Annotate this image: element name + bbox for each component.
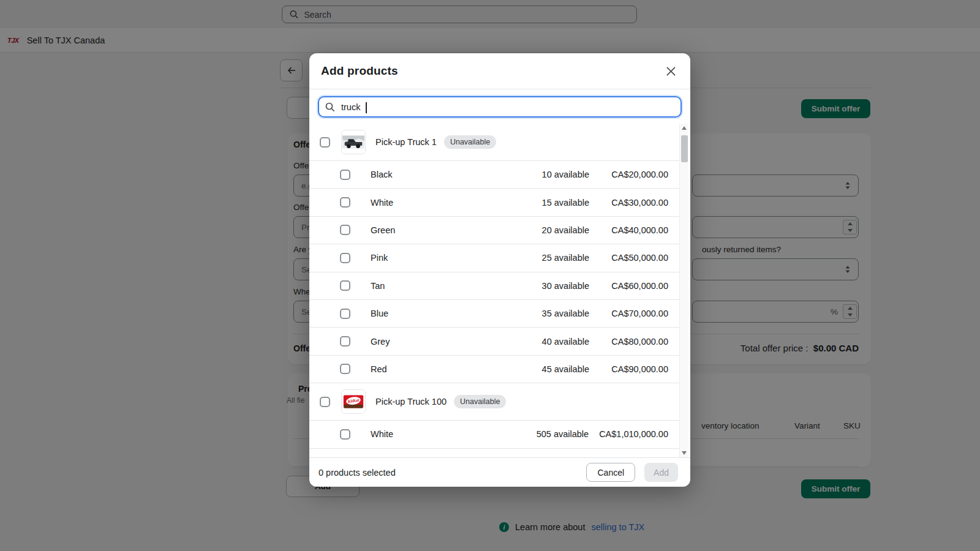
product-checkbox[interactable] [320,397,330,407]
variant-checkbox[interactable] [340,197,350,208]
scrollbar-thumb[interactable] [681,135,688,162]
modal-header: Add products [309,53,690,89]
modal-search-box[interactable] [318,96,682,118]
scrollbar[interactable] [679,124,688,457]
modal-search-input[interactable] [341,102,674,112]
variant-price: CA$70,000.00 [600,309,668,318]
variant-row[interactable]: Pink25 availableCA$50,000.00 [309,244,679,272]
variant-availability: 25 available [522,253,589,263]
variant-checkbox[interactable] [340,253,350,263]
variant-checkbox[interactable] [340,225,350,235]
modal-title: Add products [321,64,398,78]
variant-name: Blue [371,309,522,318]
variant-availability: 10 available [522,170,589,179]
search-icon [325,102,335,112]
variant-price: CA$90,000.00 [600,364,668,374]
variant-row[interactable]: Green20 availableCA$40,000.00 [309,217,679,244]
text-caret [366,102,367,113]
variant-checkbox[interactable] [340,309,350,319]
product-name: Pick-up Truck 100 [375,397,447,407]
variant-row[interactable]: Grey40 availableCA$80,000.00 [309,328,679,355]
variant-row[interactable]: Tan30 availableCA$60,000.00 [309,272,679,300]
variant-name: White [371,429,521,439]
product-row[interactable]: Pick-up Truck 1Unavailable [309,124,679,161]
product-row[interactable]: KitKatPick-up Truck 100Unavailable [309,383,679,421]
product-checkbox[interactable] [320,137,330,148]
variant-name: Grey [371,337,522,347]
unavailable-badge: Unavailable [444,135,496,149]
scrollbar-down-arrow[interactable] [682,451,687,455]
truck-thumbnail [341,130,366,154]
variant-checkbox[interactable] [340,336,350,347]
variant-availability: 30 available [522,281,589,291]
variant-name: Green [371,225,522,235]
variant-price: CA$30,000.00 [600,198,668,208]
variant-price: CA$60,000.00 [600,281,668,291]
variant-availability: 15 available [522,198,589,208]
variant-name: Tan [371,281,522,291]
variant-checkbox[interactable] [340,364,350,374]
product-list: Pick-up Truck 1UnavailableBlack10 availa… [309,124,690,457]
product-rows: Pick-up Truck 1UnavailableBlack10 availa… [309,124,679,449]
add-products-modal: Add products Pick-up Truck 1UnavailableB… [309,53,690,487]
variant-checkbox[interactable] [340,280,350,291]
product-name: Pick-up Truck 1 [375,137,437,147]
selected-count-text: 0 products selected [318,468,396,478]
variant-price: CA$20,000.00 [600,170,668,179]
variant-price: CA$50,000.00 [600,253,668,263]
modal-footer: 0 products selected Cancel Add [309,457,690,487]
variant-name: Black [371,170,522,179]
variant-price: CA$1,010,000.00 [599,429,668,439]
scrollbar-up-arrow[interactable] [682,126,687,130]
variant-row[interactable]: White505 availableCA$1,010,000.00 [309,421,679,448]
close-icon[interactable] [663,63,679,79]
variant-row[interactable]: White15 availableCA$30,000.00 [309,189,679,216]
variant-availability: 35 available [522,309,589,318]
kitkat-thumbnail: KitKat [341,389,366,414]
variant-row[interactable]: Red45 availableCA$90,000.00 [309,356,679,383]
variant-name: Red [371,364,522,374]
variant-name: Pink [371,253,522,263]
variant-row[interactable]: Blue35 availableCA$70,000.00 [309,300,679,328]
variant-availability: 40 available [522,337,589,347]
add-button-disabled[interactable]: Add [644,463,678,482]
variant-availability: 45 available [522,364,589,374]
modal-search-area [309,89,690,124]
variant-row[interactable]: Black10 availableCA$20,000.00 [309,161,679,189]
variant-price: CA$80,000.00 [600,337,668,347]
variant-availability: 20 available [522,225,589,235]
variant-name: White [371,198,522,208]
variant-availability: 505 available [521,429,589,439]
variant-checkbox[interactable] [340,170,350,180]
unavailable-badge: Unavailable [454,395,506,408]
variant-checkbox[interactable] [340,429,350,440]
cancel-button[interactable]: Cancel [586,463,635,482]
variant-price: CA$40,000.00 [600,225,668,235]
